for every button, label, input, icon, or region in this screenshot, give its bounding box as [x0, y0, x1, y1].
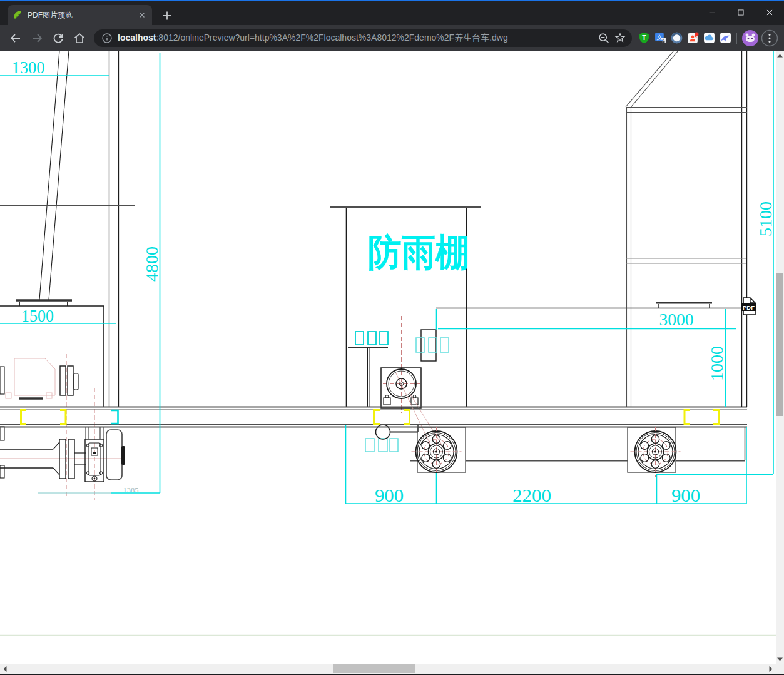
forward-button[interactable] — [28, 29, 46, 48]
dim-label-5100: 5100 — [756, 201, 775, 236]
toolbar-separator — [736, 33, 737, 44]
chassis-and-wheels — [410, 427, 745, 477]
dim-label-1000: 1000 — [708, 346, 726, 381]
scroll-up-arrow[interactable] — [776, 51, 784, 60]
dim-label-1500: 1500 — [21, 307, 54, 325]
scroll-down-arrow[interactable] — [776, 654, 784, 664]
tampermonkey-extension-icon[interactable]: T — [636, 30, 652, 46]
site-info-icon[interactable] — [101, 33, 113, 44]
home-button[interactable] — [70, 29, 89, 48]
bearing-unit — [85, 388, 104, 500]
tab-title: PDF图片预览 — [28, 10, 137, 21]
dim-label-900-right: 900 — [671, 485, 700, 505]
url-path: :8012/onlinePreview?url=http%3A%2F%2Floc… — [156, 33, 507, 43]
helper-badge-extension-icon[interactable] — [685, 30, 701, 46]
minimize-button[interactable] — [698, 0, 726, 25]
ground-rails — [0, 407, 747, 427]
window-titlebar: PDF图片预览 — [0, 0, 784, 25]
vertical-scrollbar-thumb[interactable] — [776, 273, 783, 416]
page-content: 1300 4800 1500 1385 防雨棚 3000 1000 5100 9… — [0, 51, 776, 664]
zoom-out-page-icon[interactable] — [596, 30, 612, 46]
scrollbar-corner — [776, 664, 784, 674]
dim-label-4800: 4800 — [143, 246, 161, 282]
svg-text:文: 文 — [656, 34, 663, 41]
reload-button[interactable] — [49, 29, 68, 48]
url-host: localhost — [118, 33, 156, 43]
profile-avatar[interactable] — [742, 30, 758, 46]
extensions-row: T 文 — [636, 30, 733, 46]
cad-drawing-preview: 1300 4800 1500 1385 防雨棚 3000 1000 5100 9… — [0, 51, 776, 664]
translate-extension-icon[interactable]: 文 — [652, 30, 668, 46]
svg-text:PDF: PDF — [743, 304, 755, 311]
browser-toolbar: localhost:8012/onlinePreview?url=http%3A… — [0, 25, 784, 51]
bookmark-star-icon[interactable] — [612, 30, 628, 46]
pdf-download-button[interactable]: PDF — [741, 298, 756, 315]
maximize-button[interactable] — [726, 0, 755, 25]
window-controls — [698, 0, 784, 25]
close-window-button[interactable] — [755, 0, 784, 25]
browser-menu-button[interactable] — [760, 29, 779, 48]
spring-leaf-favicon-icon — [13, 10, 23, 20]
dim-label-1300: 1300 — [12, 58, 45, 77]
left-view — [0, 51, 135, 500]
cloud-extension-icon[interactable] — [701, 30, 717, 46]
right-view — [626, 51, 747, 407]
horizontal-scrollbar-thumb[interactable] — [333, 664, 415, 673]
orbit-circle-extension-icon[interactable] — [668, 30, 685, 46]
dim-label-2200: 2200 — [512, 485, 551, 505]
horizontal-scrollbar[interactable] — [0, 664, 776, 674]
window-accent-line — [0, 0, 784, 1]
dim-label-3000: 3000 — [659, 310, 694, 329]
url-text[interactable]: localhost:8012/onlinePreview?url=http%3A… — [118, 33, 596, 44]
dim-label-900-left: 900 — [375, 485, 404, 505]
svg-text:T: T — [642, 34, 646, 41]
address-bar[interactable]: localhost:8012/onlinePreview?url=http%3A… — [94, 29, 632, 47]
scroll-right-arrow[interactable] — [766, 664, 776, 674]
dim-label-1385: 1385 — [123, 487, 139, 494]
browser-tab[interactable]: PDF图片预览 — [8, 5, 152, 25]
browser-window: PDF图片预览 — [0, 0, 784, 675]
new-tab-button[interactable] — [160, 8, 175, 23]
shelter-label: 防雨棚 — [368, 231, 469, 273]
thunder-bird-extension-icon[interactable] — [717, 30, 733, 46]
tab-close-button[interactable] — [137, 10, 147, 20]
back-button[interactable] — [6, 29, 25, 48]
vertical-scrollbar[interactable] — [776, 51, 784, 664]
scroll-left-arrow[interactable] — [0, 664, 10, 674]
